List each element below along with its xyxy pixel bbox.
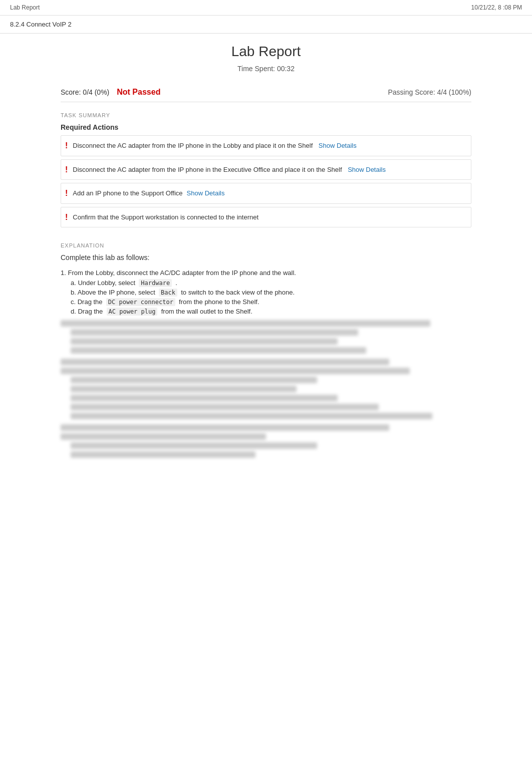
task-text: Disconnect the AC adapter from the IP ph… [73,165,467,175]
required-actions-title: Required Actions [61,123,471,131]
step-item-1: 1. From the Lobby, disconnect the AC/DC … [61,269,471,315]
blurred-content [61,320,471,458]
task-exclamation-icon: ! [65,213,68,222]
time-spent: Time Spent: 00:32 [61,65,471,73]
breadcrumb: 8.2.4 Connect VoIP 2 [0,16,532,34]
timestamp: 10/21/22, 8 :08 PM [471,4,522,11]
score-row: Score: 0/4 (0%) Not Passed Passing Score… [61,83,471,102]
sub-steps: a. Under Lobby, select Hardware . b. Abo… [61,279,471,315]
step-number: 1. From the Lobby, disconnect the AC/DC … [61,269,296,277]
sub-step-c: c. Drag the DC power connector from the … [71,298,471,306]
inline-code: AC power plug [107,308,158,316]
task-item: ! Disconnect the AC adapter from the IP … [61,135,471,156]
sub-step-d: d. Drag the AC power plug from the wall … [71,308,471,315]
score-left: Score: 0/4 (0%) Not Passed [61,88,160,97]
task-text: Add an IP phone to the Support Office Sh… [73,188,467,198]
task-text: Disconnect the AC adapter from the IP ph… [73,141,467,151]
task-exclamation-icon: ! [65,165,68,174]
task-exclamation-icon: ! [65,141,68,150]
top-bar: Lab Report 10/21/22, 8 :08 PM [0,0,532,16]
task-summary-label: TASK SUMMARY [61,112,471,118]
score-text: Score: 0/4 (0%) [61,88,109,96]
explanation-section: EXPLANATION Complete this lab as follows… [61,242,471,458]
explanation-intro: Complete this lab as follows: [61,253,471,262]
show-details-link-3[interactable]: Show Details [187,188,225,198]
task-text: Confirm that the Support workstation is … [73,212,467,222]
steps-list: 1. From the Lobby, disconnect the AC/DC … [61,269,471,315]
sub-step-b: b. Above the IP phone, select Back to sw… [71,289,471,296]
inline-code: Back [159,289,177,297]
passing-score: Passing Score: 4/4 (100%) [388,88,471,96]
inline-code: Hardware [139,279,172,287]
task-item: ! Disconnect the AC adapter from the IP … [61,159,471,180]
sub-step-a: a. Under Lobby, select Hardware . [71,279,471,287]
inline-code: DC power connector [106,298,175,306]
show-details-link-1[interactable]: Show Details [319,142,357,149]
explanation-label: EXPLANATION [61,242,471,248]
page-title: Lab Report [61,44,471,60]
not-passed-badge: Not Passed [117,88,160,97]
app-name: Lab Report [10,4,40,11]
show-details-link-2[interactable]: Show Details [348,166,386,173]
main-content: Lab Report Time Spent: 00:32 Score: 0/4 … [41,34,491,470]
task-exclamation-icon: ! [65,189,68,198]
task-item: ! Confirm that the Support workstation i… [61,207,471,228]
task-item: ! Add an IP phone to the Support Office … [61,183,471,204]
